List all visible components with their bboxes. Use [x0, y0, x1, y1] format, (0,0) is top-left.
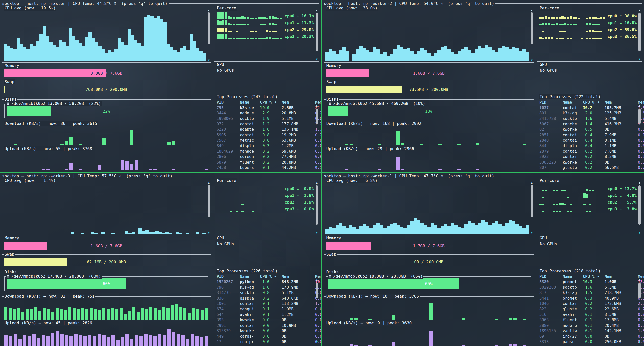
col-name[interactable]: Name: [563, 274, 583, 279]
top-processes-label: Top Processes (222 total): [539, 94, 601, 99]
upload-chart: [326, 327, 531, 346]
process-row: 393kworke 0.00B0.00%: [217, 317, 313, 323]
scroll-up-icon[interactable]: ▲: [315, 278, 318, 281]
scroll-down-icon[interactable]: ▼: [315, 165, 318, 168]
scroll-down-icon[interactable]: ▼: [638, 165, 641, 168]
cpu1-label: cpu1 ↓ 16.0%: [607, 20, 637, 25]
col-pid[interactable]: PID: [539, 100, 563, 105]
scroll-down-icon[interactable]: ▼: [530, 231, 533, 234]
per-core-scrollbar[interactable]: ▲ ▼: [638, 9, 641, 61]
col-cpu[interactable]: CPU % •: [260, 274, 282, 279]
socktop-pane-rpi-worker-2[interactable]: socktop — host: rpi-worker-2 | CPU Temp:…: [322, 0, 644, 172]
process-row: 3385223kworke 0.20B0.00%: [539, 160, 636, 165]
download-panel: Download (KB/s) — now: 10 | peak: 3765: [324, 296, 534, 321]
scroll-down-icon[interactable]: ▼: [638, 231, 641, 234]
scroll-thumb[interactable]: [531, 12, 533, 44]
process-scrollbar[interactable]: ▲ ▼: [315, 98, 318, 171]
cpu1-sparkline: [539, 19, 605, 25]
cpu-scrollbar[interactable]: ▲ ▼: [530, 9, 533, 62]
per-core-scrollbar[interactable]: ▲ ▼: [638, 181, 641, 234]
swap-panel: Swap 62.1MB / 200.0MB: [2, 254, 211, 268]
col-name[interactable]: Name: [240, 100, 260, 105]
cpu-scrollbar[interactable]: ▲ ▼: [207, 181, 210, 234]
scroll-up-icon[interactable]: ▲: [315, 9, 318, 12]
scroll-down-icon[interactable]: ▼: [315, 231, 318, 234]
col-pid[interactable]: PID: [539, 274, 563, 279]
gpu-label: GPU: [216, 236, 225, 241]
core-row-cpu0: cpu0 ↓ 0.0%: [217, 184, 314, 191]
scroll-down-icon[interactable]: ▼: [207, 231, 210, 234]
scroll-up-icon[interactable]: ▲: [315, 104, 318, 107]
scroll-up-icon[interactable]: ▲: [638, 9, 641, 12]
scroll-down-icon[interactable]: ▼: [315, 58, 318, 61]
memory-value: 3.8GB / 7.6GB: [4, 69, 208, 77]
scroll-thumb[interactable]: [638, 283, 641, 298]
scroll-thumb[interactable]: [208, 185, 210, 217]
scroll-thumb[interactable]: [316, 13, 318, 51]
scroll-up-icon[interactable]: ▲: [207, 9, 210, 12]
scroll-thumb[interactable]: [316, 185, 318, 225]
process-scrollbar[interactable]: ▲ ▼: [315, 272, 318, 346]
top-processes-panel: Top Processes (247 total) PID Name CPU %…: [214, 97, 319, 172]
per-core-label: Per-core: [216, 6, 237, 11]
process-row: 315379kworke 0.00B0.00%: [217, 328, 313, 334]
process-row: 3963fluent 0.117.8MB0.23%: [539, 317, 636, 323]
socktop-pane-rpi-master[interactable]: socktop — host: rpi-master | CPU Temp: 4…: [0, 0, 321, 172]
scroll-down-icon[interactable]: ▼: [638, 341, 641, 344]
cpu-scrollbar[interactable]: ▲ ▼: [530, 181, 533, 234]
process-row: 3313pause 0.0256.0KB0.00%: [539, 339, 636, 345]
gpu-label: GPU: [539, 236, 548, 241]
process-row: 5441promet 0.340.9MB0.52%: [539, 296, 636, 301]
col-mem[interactable]: Mem: [282, 274, 315, 279]
cpu3-sparkline: [539, 205, 605, 212]
col-name[interactable]: Name: [563, 100, 583, 105]
process-scrollbar[interactable]: ▲ ▼: [638, 98, 641, 171]
scroll-up-icon[interactable]: ▲: [530, 181, 533, 184]
col-mem[interactable]: Mem: [605, 100, 638, 105]
scroll-thumb[interactable]: [638, 13, 641, 51]
scroll-thumb[interactable]: [638, 109, 641, 124]
socktop-pane-rpi-worker-3[interactable]: socktop — host: rpi-worker-3 | CPU Temp:…: [0, 173, 321, 346]
col-pid[interactable]: PID: [217, 100, 240, 105]
per-core-scrollbar[interactable]: ▲ ▼: [315, 181, 318, 234]
scroll-thumb[interactable]: [638, 185, 641, 225]
scroll-up-icon[interactable]: ▲: [530, 9, 533, 12]
process-row: 3029280sockto 1.65.3MB0.07%: [539, 285, 636, 290]
col-cpu[interactable]: CPU % •: [260, 100, 282, 105]
pane-title-bar: socktop — host: rpi-worker-1 | CPU Temp:…: [324, 173, 642, 179]
top-processes-label: Top Processes (218 total): [539, 269, 601, 274]
scroll-down-icon[interactable]: ▼: [530, 59, 533, 62]
col-cpu[interactable]: CPU % •: [583, 100, 605, 105]
scroll-up-icon[interactable]: ▲: [315, 181, 318, 184]
col-name[interactable]: Name: [240, 274, 260, 279]
scroll-down-icon[interactable]: ▼: [315, 341, 318, 344]
process-scrollbar[interactable]: ▲ ▼: [638, 272, 641, 346]
scroll-thumb[interactable]: [316, 283, 318, 298]
scroll-down-icon[interactable]: ▼: [638, 58, 641, 61]
upload-chart: [4, 153, 208, 171]
scroll-up-icon[interactable]: ▲: [638, 181, 641, 184]
cpu0-label: cpu0 ↓ 0.0%: [284, 186, 314, 191]
col-mem[interactable]: Mem: [605, 274, 638, 279]
scroll-thumb[interactable]: [531, 185, 533, 217]
socktop-pane-rpi-worker-1[interactable]: socktop — host: rpi-worker-1 | CPU Temp:…: [322, 173, 644, 346]
swap-label: Swap: [4, 252, 15, 257]
scroll-up-icon[interactable]: ▲: [638, 104, 641, 107]
col-pid[interactable]: PID: [217, 274, 240, 279]
per-core-scrollbar[interactable]: ▲ ▼: [315, 9, 318, 61]
scroll-up-icon[interactable]: ▲: [638, 278, 641, 281]
cpu-scrollbar[interactable]: ▲ ▼: [207, 9, 210, 62]
scroll-thumb[interactable]: [208, 12, 210, 44]
disk-device: /dev/mmcblk0p2: [11, 101, 45, 106]
scroll-down-icon[interactable]: ▼: [207, 59, 210, 62]
col-cpu[interactable]: CPU % •: [583, 274, 605, 279]
col-mem[interactable]: Mem: [282, 100, 315, 105]
swap-value: 73.5MB / 200.0MB: [326, 86, 531, 93]
swap-label: Swap: [326, 252, 337, 257]
memory-gauge: 1.6GB / 7.6GB: [326, 69, 531, 77]
scroll-up-icon[interactable]: ▲: [207, 181, 210, 184]
core-row-cpu2: cpu2 ↓ 29.0%: [217, 25, 314, 32]
scroll-thumb[interactable]: [316, 109, 318, 124]
cpu3-sparkline: [539, 32, 605, 39]
process-row: 795k3s-se19.02.5GB32.48%: [217, 105, 313, 111]
